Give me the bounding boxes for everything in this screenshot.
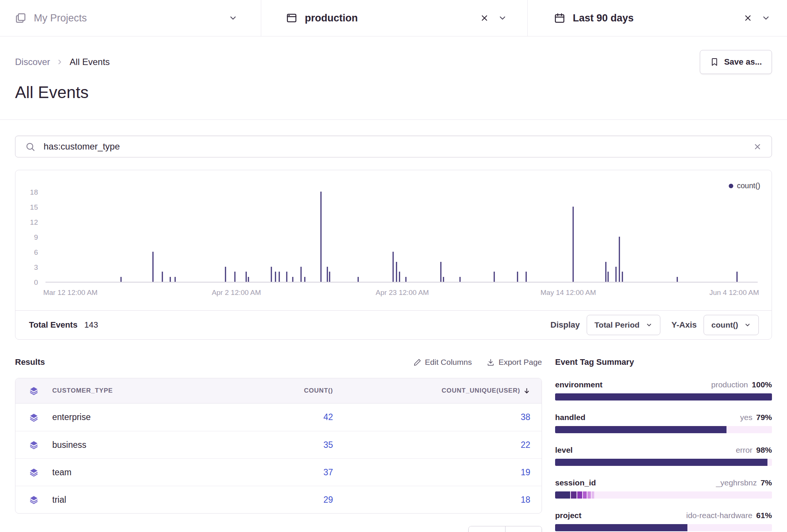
export-page-button[interactable]: Export Page: [487, 358, 542, 367]
tag-name: project: [555, 511, 581, 520]
chart-bar: [459, 277, 460, 282]
chart-bar: [737, 272, 738, 282]
count-cell-link[interactable]: 37: [247, 467, 341, 478]
chart-bar: [615, 267, 616, 282]
chart-bar: [357, 277, 359, 282]
search-bar[interactable]: [15, 136, 772, 157]
table-row: team3719: [15, 458, 542, 486]
chart-bar: [327, 267, 328, 282]
chart-bar: [321, 192, 322, 282]
page-title: All Events: [15, 83, 772, 102]
clear-environment-icon[interactable]: [480, 14, 489, 23]
column-header-count-unique[interactable]: COUNT_UNIQUE(USER): [341, 387, 542, 394]
tag-summary-item: projectido-react-hardware61%: [555, 511, 772, 531]
project-selector-label: My Projects: [34, 12, 87, 24]
edit-columns-button[interactable]: Edit Columns: [413, 358, 472, 367]
chart-legend: count(): [729, 181, 760, 190]
tag-top-value: ido-react-hardware: [686, 511, 752, 520]
chart-bar: [399, 272, 400, 282]
count-unique-cell-link[interactable]: 19: [341, 467, 542, 478]
yaxis-label: Y-Axis: [672, 320, 697, 330]
next-page-button[interactable]: [505, 526, 542, 532]
tag-bar-segment[interactable]: [571, 491, 577, 499]
yaxis-dropdown-value: count(): [711, 320, 738, 329]
tag-distribution-bar: [555, 459, 772, 466]
tag-top-value: error: [736, 445, 752, 455]
y-axis-tick: 15: [15, 203, 38, 212]
total-events-label: Total Events: [29, 320, 77, 330]
count-unique-cell-link[interactable]: 38: [341, 412, 542, 422]
count-cell-link[interactable]: 29: [247, 495, 341, 505]
chart-bar: [153, 252, 154, 282]
column-header-count[interactable]: COUNT(): [247, 387, 341, 394]
count-unique-cell-link[interactable]: 18: [341, 495, 542, 505]
count-cell-link[interactable]: 35: [247, 440, 341, 450]
tag-bar-segment[interactable]: [583, 491, 587, 499]
save-as-label: Save as...: [724, 57, 762, 67]
results-title: Results: [15, 357, 45, 367]
count-cell-link[interactable]: 42: [247, 412, 341, 422]
tag-bar-segment[interactable]: [555, 491, 570, 499]
breadcrumb-discover-link[interactable]: Discover: [15, 57, 50, 67]
y-axis-tick: 18: [15, 188, 38, 196]
tag-name: environment: [555, 380, 602, 390]
tag-summary-item: handledyes79%: [555, 413, 772, 433]
environment-selector[interactable]: production: [261, 0, 527, 36]
event-tag-summary: Event Tag Summary environmentproduction1…: [555, 357, 772, 531]
project-selector[interactable]: My Projects: [0, 0, 261, 36]
tag-bar-segment[interactable]: [555, 459, 767, 466]
chart-bar: [304, 277, 305, 282]
display-dropdown[interactable]: Total Period: [587, 315, 660, 335]
tag-bar-segment[interactable]: [577, 491, 582, 499]
customer-type-cell: trial: [52, 495, 247, 505]
tag-distribution-bar: [555, 524, 772, 531]
x-axis-tick: Jun 4 12:00 AM: [709, 289, 759, 297]
legend-series-dot: [729, 184, 733, 188]
clear-search-icon[interactable]: [753, 142, 762, 151]
main-content: count() 0369121518 Mar 12 12:00 AMApr 2 …: [0, 120, 787, 532]
x-axis: Mar 12 12:00 AMApr 2 12:00 AMApr 23 12:0…: [45, 289, 758, 298]
total-events-value: 143: [84, 320, 98, 330]
count-unique-cell-link[interactable]: 22: [341, 440, 542, 450]
tag-percent: 100%: [752, 380, 772, 390]
x-axis-tick: Apr 2 12:00 AM: [212, 289, 261, 297]
column-header-customer-type[interactable]: CUSTOMER_TYPE: [52, 387, 247, 394]
layers-icon: [15, 440, 52, 450]
tag-distribution-bar: [555, 426, 772, 433]
tag-bar-segment[interactable]: [592, 491, 594, 499]
bookmark-icon: [710, 57, 719, 66]
chart-bar: [517, 272, 518, 282]
tag-bar-segment[interactable]: [555, 426, 726, 433]
results-column: Results Edit Columns Export: [15, 357, 542, 532]
table-row: trial2918: [15, 486, 542, 513]
date-range-selector[interactable]: Last 90 days: [528, 0, 787, 36]
chart-bar: [526, 272, 527, 282]
chart-bar: [622, 272, 623, 282]
layers-icon: [15, 467, 52, 477]
chart-bar: [443, 277, 444, 282]
chart-bar: [246, 272, 247, 282]
display-dropdown-value: Total Period: [595, 320, 640, 329]
download-icon: [487, 358, 495, 366]
projects-icon: [15, 12, 26, 24]
customer-type-cell: enterprise: [52, 412, 247, 422]
clear-date-range-icon[interactable]: [743, 14, 752, 23]
tag-bar-segment[interactable]: [555, 393, 772, 401]
results-table: CUSTOMER_TYPE COUNT() COUNT_UNIQUE(USER)…: [15, 378, 542, 514]
save-as-button[interactable]: Save as...: [700, 50, 772, 74]
tag-top-value: yes: [740, 413, 752, 422]
x-axis-tick: Apr 23 12:00 AM: [376, 289, 429, 297]
chart-bar: [405, 277, 406, 282]
chart-plot-area: [45, 192, 758, 283]
pencil-icon: [413, 358, 421, 366]
yaxis-dropdown[interactable]: count(): [704, 315, 759, 335]
x-axis-tick: Mar 12 12:00 AM: [43, 289, 98, 297]
y-axis-tick: 9: [15, 233, 38, 242]
tag-bar-segment[interactable]: [555, 524, 687, 531]
tag-bar-segment[interactable]: [587, 491, 591, 499]
chart-bar: [608, 272, 609, 282]
search-input[interactable]: [43, 141, 746, 152]
chevron-down-icon: [498, 14, 507, 23]
tag-percent: 7%: [761, 478, 772, 488]
previous-page-button[interactable]: [469, 526, 505, 532]
